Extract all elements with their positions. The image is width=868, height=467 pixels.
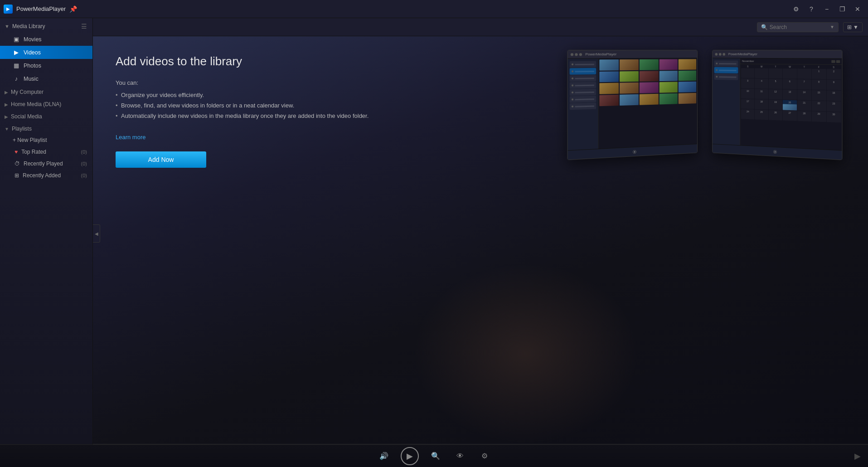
content-inner: Add videos to the library You can: Organ… bbox=[93, 36, 868, 444]
social-media-chevron-icon: ▶ bbox=[5, 114, 8, 119]
new-playlist-item[interactable]: + New Playlist bbox=[0, 134, 92, 146]
page-title: Add videos to the library bbox=[116, 54, 845, 68]
playlist-item-recently-added[interactable]: ⊞ Recently Added (0) bbox=[0, 170, 92, 181]
add-now-button[interactable]: Add Now bbox=[116, 151, 206, 168]
volume-icon: 🔊 bbox=[379, 452, 388, 460]
app-icon: ▶ bbox=[4, 5, 13, 14]
my-computer-chevron-icon: ▶ bbox=[5, 90, 8, 95]
sidebar-item-music[interactable]: ♪ Music bbox=[0, 72, 92, 85]
my-computer-header[interactable]: ▶ My Computer bbox=[0, 85, 92, 97]
settings-icon: ⚙ bbox=[481, 452, 488, 460]
recently-added-icon: ⊞ bbox=[15, 172, 19, 179]
app-title: PowerMediaPlayer bbox=[16, 5, 66, 12]
close-button[interactable]: ✕ bbox=[851, 4, 864, 15]
eye-icon: 👁 bbox=[456, 452, 464, 460]
home-media-label: Home Media (DLNA) bbox=[11, 101, 61, 107]
recently-played-label: Recently Played bbox=[24, 161, 63, 167]
help-button[interactable]: ? bbox=[805, 4, 818, 15]
sidebar-toggle[interactable]: ◀ bbox=[93, 224, 100, 243]
title-bar-left: ▶ PowerMediaPlayer 📌 bbox=[4, 5, 77, 14]
volume-button[interactable]: 🔊 bbox=[376, 448, 392, 464]
social-media-header[interactable]: ▶ Social Media bbox=[0, 110, 92, 122]
media-library-label: Media Library bbox=[12, 23, 45, 29]
home-media-header[interactable]: ▶ Home Media (DLNA) bbox=[0, 97, 92, 110]
grid-view-button[interactable]: ⊞ ▼ bbox=[843, 22, 863, 32]
bullet-item-1: Organize your videos efficiently. bbox=[116, 92, 845, 98]
movies-label: Movies bbox=[24, 36, 42, 43]
title-bar-pin-icon[interactable]: 📌 bbox=[69, 5, 77, 13]
bullet-item-3: Automatically include new videos in the … bbox=[116, 112, 845, 119]
content-topbar: 🔍 ▼ ⊞ ▼ bbox=[93, 18, 868, 36]
home-media-chevron-icon: ▶ bbox=[5, 102, 8, 107]
search-input[interactable] bbox=[770, 24, 828, 30]
my-computer-label: My Computer bbox=[11, 89, 44, 95]
sidebar-item-photos[interactable]: ▦ Photos bbox=[0, 59, 92, 72]
recently-added-label: Recently Added bbox=[23, 172, 61, 179]
social-media-label: Social Media bbox=[11, 113, 42, 120]
topbar-right: 🔍 ▼ ⊞ ▼ bbox=[757, 22, 863, 32]
view-toggle: ⊞ ▼ bbox=[843, 22, 863, 32]
playlists-chevron-icon: ▼ bbox=[5, 126, 9, 131]
sidebar: ▼ Media Library ☰ ▣ Movies ▶ Videos ▦ Ph… bbox=[0, 18, 93, 444]
media-library-menu-icon[interactable]: ☰ bbox=[81, 23, 87, 30]
music-label: Music bbox=[24, 76, 39, 82]
learn-more-link[interactable]: Learn more bbox=[116, 134, 845, 141]
zoom-icon: 🔍 bbox=[431, 452, 440, 460]
playlists-header[interactable]: ▼ Playlists bbox=[0, 122, 92, 134]
videos-label: Videos bbox=[24, 49, 41, 56]
search-dropdown-icon[interactable]: ▼ bbox=[830, 24, 834, 29]
media-library-header[interactable]: ▼ Media Library ☰ bbox=[0, 18, 92, 33]
sidebar-toggle-arrow-icon: ◀ bbox=[95, 231, 98, 236]
you-can-label: You can: bbox=[116, 79, 845, 86]
recently-played-count: (0) bbox=[81, 161, 87, 166]
media-library-chevron-down-icon: ▼ bbox=[5, 24, 10, 29]
new-playlist-label: + New Playlist bbox=[13, 137, 47, 143]
videos-icon: ▶ bbox=[13, 49, 20, 56]
playlist-item-top-rated-left: ♥ Top Rated bbox=[15, 149, 46, 155]
search-icon: 🔍 bbox=[761, 24, 768, 30]
playlists-label: Playlists bbox=[12, 126, 32, 132]
photos-label: Photos bbox=[24, 63, 41, 69]
eye-button[interactable]: 👁 bbox=[452, 448, 468, 464]
main-container: ▼ Media Library ☰ ▣ Movies ▶ Videos ▦ Ph… bbox=[0, 18, 868, 444]
content-area: 🔍 ▼ ⊞ ▼ Add videos to the library You ca… bbox=[93, 18, 868, 444]
bullet-list: Organize your videos efficiently. Browse… bbox=[116, 92, 845, 123]
playlist-item-recently-played-left: ⏱ Recently Played bbox=[15, 161, 63, 167]
top-rated-label: Top Rated bbox=[21, 149, 46, 155]
title-bar: ▶ PowerMediaPlayer 📌 ⚙ ? − ❐ ✕ bbox=[0, 0, 868, 18]
movies-icon: ▣ bbox=[13, 36, 20, 43]
settings-bottom-button[interactable]: ⚙ bbox=[477, 448, 492, 464]
playlist-item-recently-played[interactable]: ⏱ Recently Played (0) bbox=[0, 158, 92, 170]
bottom-bar: 🔊 ▶ 🔍 👁 ⚙ ▶ bbox=[0, 444, 868, 467]
recently-played-icon: ⏱ bbox=[15, 161, 20, 167]
bottom-right-area: ▶ bbox=[854, 451, 861, 461]
playlist-item-top-rated[interactable]: ♥ Top Rated (0) bbox=[0, 146, 92, 158]
search-box[interactable]: 🔍 ▼ bbox=[757, 22, 839, 32]
play-icon: ▶ bbox=[407, 451, 413, 461]
sidebar-item-movies[interactable]: ▣ Movies bbox=[0, 33, 92, 46]
bullet-item-2: Browse, find, and view videos in folders… bbox=[116, 102, 845, 109]
title-bar-right: ⚙ ? − ❐ ✕ bbox=[789, 4, 864, 15]
top-rated-count: (0) bbox=[81, 149, 87, 155]
playlist-item-recently-added-left: ⊞ Recently Added bbox=[15, 172, 61, 179]
restore-button[interactable]: ❐ bbox=[835, 4, 849, 15]
play-button[interactable]: ▶ bbox=[401, 447, 419, 465]
settings-title-button[interactable]: ⚙ bbox=[789, 4, 803, 15]
bottom-right-arrow-icon[interactable]: ▶ bbox=[854, 452, 861, 461]
zoom-button[interactable]: 🔍 bbox=[428, 448, 443, 464]
recently-added-count: (0) bbox=[81, 173, 87, 178]
sidebar-item-videos[interactable]: ▶ Videos bbox=[0, 46, 92, 59]
photos-icon: ▦ bbox=[13, 62, 20, 69]
top-rated-heart-icon: ♥ bbox=[15, 149, 18, 155]
music-icon: ♪ bbox=[13, 75, 20, 82]
main-panel: Add videos to the library You can: Organ… bbox=[93, 36, 868, 444]
minimize-button[interactable]: − bbox=[820, 4, 834, 15]
